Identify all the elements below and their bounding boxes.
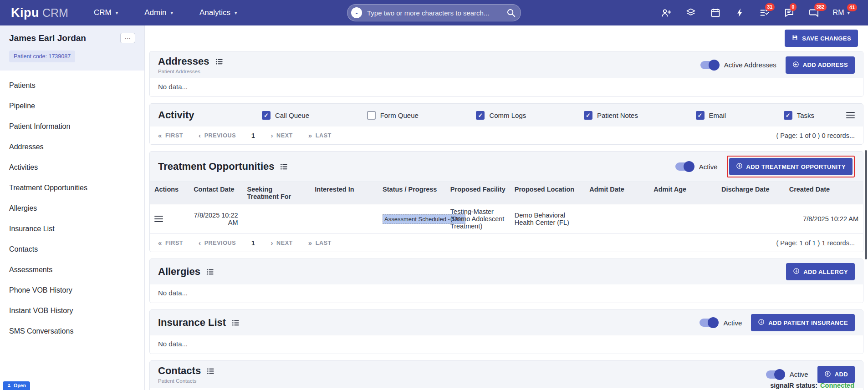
tasks-badge: 31 <box>765 3 775 11</box>
filter-comm-logs[interactable]: ✓ Comm Logs <box>476 111 526 120</box>
save-bar: SAVE CHANGES <box>149 25 863 51</box>
toggle-switch[interactable] <box>700 61 719 69</box>
filter-email[interactable]: ✓ Email <box>696 111 726 120</box>
lightning-icon[interactable] <box>735 7 745 18</box>
pagination-first-button[interactable]: «FIRST <box>158 239 183 247</box>
add-patient-insurance-button[interactable]: ADD PATIENT INSURANCE <box>751 314 855 331</box>
sidebar-item-assessments[interactable]: Assessments <box>0 259 144 280</box>
cell-contact-date: 7/8/2025 10:22 AM <box>189 204 242 234</box>
column-header-proposed-location: Proposed Location <box>510 182 585 204</box>
pagination-previous-button[interactable]: ‹PREVIOUS <box>199 132 236 139</box>
treatment-table-header-row: Actions Contact Date Seeking Treatment F… <box>150 182 863 204</box>
contacts-active-toggle[interactable]: Active <box>766 370 808 379</box>
menu-admin[interactable]: Admin ▾ <box>144 8 173 17</box>
toggle-switch[interactable] <box>766 370 784 379</box>
sidebar-item-instant-vob-history[interactable]: Instant VOB History <box>0 300 144 321</box>
patient-options-button[interactable]: ⋯ <box>120 33 135 43</box>
pagination-page-number[interactable]: 1 <box>251 132 255 139</box>
pagination-last-button[interactable]: »LAST <box>308 239 332 247</box>
pagination-first-button[interactable]: «FIRST <box>158 132 183 139</box>
filter-call-queue[interactable]: ✓ Call Queue <box>262 111 309 120</box>
activity-menu-icon[interactable] <box>846 112 855 118</box>
sidebar-item-pipeline[interactable]: Pipeline <box>0 96 144 116</box>
sidebar-item-addresses[interactable]: Addresses <box>0 137 144 157</box>
sidebar-item-allergies[interactable]: Allergies <box>0 198 144 218</box>
tasks-icon[interactable]: 31 <box>759 7 770 18</box>
add-allergy-button[interactable]: ADD ALLERGY <box>786 263 855 280</box>
chat-icon[interactable]: 0 <box>784 7 795 18</box>
sidebar-item-activities[interactable]: Activities <box>0 157 144 177</box>
chat-widget-tab[interactable]: Open <box>3 381 30 390</box>
search-icon[interactable] <box>505 7 517 19</box>
toggle-switch[interactable] <box>700 319 718 327</box>
add-address-button[interactable]: ADD ADDRESS <box>786 56 855 74</box>
calendar-icon[interactable] <box>710 7 721 18</box>
row-actions-menu-icon[interactable] <box>154 216 163 222</box>
inbox-icon[interactable]: 382 <box>808 7 819 18</box>
signalr-status-label: signalR status: <box>770 382 817 389</box>
pagination-page-number[interactable]: 1 <box>251 239 255 247</box>
pagination-previous-button[interactable]: ‹PREVIOUS <box>199 239 236 247</box>
insurance-active-toggle[interactable]: Active <box>700 319 742 327</box>
sidebar-item-treatment-opportunities[interactable]: Treatment Opportunities <box>0 177 144 198</box>
checkbox-comm-logs[interactable]: ✓ <box>476 111 485 120</box>
column-header-created-date: Created Date <box>785 182 863 204</box>
person-icon <box>7 383 11 388</box>
menu-crm[interactable]: CRM ▾ <box>94 8 118 17</box>
sidebar-item-patient-information[interactable]: Patient Information <box>0 116 144 137</box>
app-logo[interactable]: Kipu CRM <box>11 6 68 20</box>
checkbox-call-queue[interactable]: ✓ <box>262 111 271 120</box>
list-view-icon[interactable] <box>206 367 215 375</box>
list-view-icon[interactable] <box>215 57 224 66</box>
search-scope-toggle[interactable]: - <box>351 7 362 18</box>
checkbox-form-queue[interactable]: ✓ <box>367 111 376 120</box>
active-addresses-toggle[interactable]: Active Addresses <box>700 61 776 69</box>
save-changes-button[interactable]: SAVE CHANGES <box>785 30 858 47</box>
sidebar-item-sms-conversations[interactable]: SMS Conversations <box>0 321 144 341</box>
check-icon: ✓ <box>586 112 591 119</box>
search-input[interactable] <box>367 9 500 17</box>
filter-form-queue[interactable]: ✓ Form Queue <box>367 111 419 120</box>
sidebar-item-patients[interactable]: Patients <box>0 75 144 96</box>
sidebar-item-insurance-list[interactable]: Insurance List <box>0 218 144 239</box>
sidebar-item-phone-vob-history[interactable]: Phone VOB History <box>0 280 144 300</box>
treatment-active-toggle[interactable]: Active <box>675 162 718 171</box>
list-view-icon[interactable] <box>231 319 240 327</box>
pagination-first-label: FIRST <box>165 240 183 246</box>
sidebar-item-contacts[interactable]: Contacts <box>0 239 144 259</box>
plus-circle-icon <box>736 162 743 171</box>
global-search[interactable]: - <box>347 4 521 21</box>
filter-patient-notes[interactable]: ✓ Patient Notes <box>584 111 638 120</box>
list-view-icon[interactable] <box>206 268 214 276</box>
user-menu[interactable]: RM ▾ 41 <box>833 9 850 17</box>
checkbox-email[interactable]: ✓ <box>696 111 705 120</box>
checkbox-patient-notes[interactable]: ✓ <box>584 111 592 120</box>
add-treatment-opportunity-button[interactable]: ADD TREATMENT OPPORTUNITY <box>729 158 853 175</box>
checkbox-tasks[interactable]: ✓ <box>784 111 792 120</box>
sidebar: James Earl Jordan ⋯ Patient code: 173908… <box>0 25 145 390</box>
add-contact-button[interactable]: ADD <box>817 366 855 383</box>
column-header-contact-date: Contact Date <box>189 182 242 204</box>
vertical-scrollbar[interactable] <box>865 150 867 259</box>
treatment-table: Actions Contact Date Seeking Treatment F… <box>150 182 863 234</box>
insurance-no-data: No data... <box>150 335 863 354</box>
allergies-section: Allergies ADD ALLERGY No data... <box>149 258 863 303</box>
menu-analytics[interactable]: Analytics ▾ <box>199 8 237 17</box>
pagination-previous-label: PREVIOUS <box>204 240 236 246</box>
patient-header: James Earl Jordan ⋯ Patient code: 173908… <box>0 25 144 71</box>
pagination-next-button[interactable]: ›NEXT <box>271 132 292 139</box>
treatment-active-toggle-label: Active <box>699 163 718 171</box>
layers-icon[interactable] <box>685 7 696 18</box>
list-view-icon[interactable] <box>280 162 288 171</box>
save-changes-label: SAVE CHANGES <box>802 35 851 42</box>
nav-icon-group: 31 0 382 RM ▾ 41 <box>661 7 857 18</box>
add-contact-icon[interactable] <box>661 7 672 18</box>
addresses-subtitle: Patient Addresses <box>158 69 224 74</box>
activity-header: Activity ✓ Call Queue ✓ Form Queue ✓ Com <box>150 104 863 127</box>
pagination-next-button[interactable]: ›NEXT <box>271 239 292 247</box>
filter-tasks[interactable]: ✓ Tasks <box>784 111 814 120</box>
pagination-last-button[interactable]: »LAST <box>308 132 332 139</box>
toggle-switch[interactable] <box>675 162 694 171</box>
cell-proposed-facility: Testing-Master (Demo Adolescent Treatmen… <box>446 204 510 234</box>
activity-filters: ✓ Call Queue ✓ Form Queue ✓ Comm Logs <box>262 111 814 120</box>
